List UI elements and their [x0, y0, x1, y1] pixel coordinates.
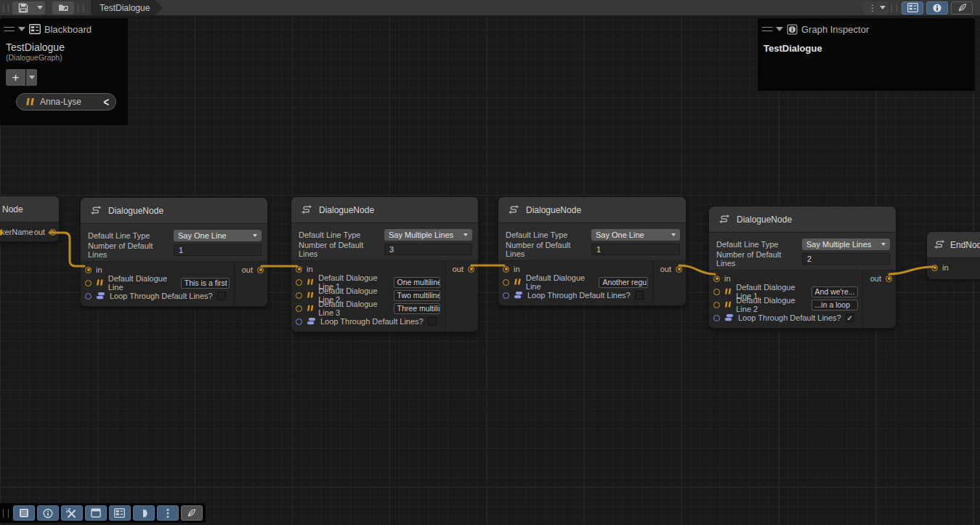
- dialogue-line-field[interactable]: Another regu: [599, 277, 648, 288]
- collapse-arrow-icon[interactable]: [776, 27, 783, 31]
- loop-port[interactable]: [85, 293, 92, 300]
- toggle-blackboard-button[interactable]: [902, 1, 923, 15]
- info-icon: [43, 508, 53, 518]
- dialogue-line-field[interactable]: Two multiline: [394, 290, 440, 301]
- line-type-value: Say Multiple Lines: [806, 240, 871, 249]
- dialogue-line-label: Default Dialogue Line 2: [736, 296, 806, 313]
- line-type-dropdown[interactable]: Say One Line: [591, 229, 680, 241]
- dialogue-node-1[interactable]: DialogueNode Default Line Type Say One L…: [80, 197, 268, 307]
- out-port[interactable]: [468, 266, 474, 273]
- num-lines-label: Number of Default Lines: [88, 241, 174, 259]
- feather-icon: [187, 508, 196, 518]
- folder-open-icon: [58, 3, 69, 12]
- toggle-console-button[interactable]: [13, 505, 35, 521]
- in-port[interactable]: [503, 266, 509, 273]
- toggle-tools-button[interactable]: [61, 505, 83, 521]
- dialogue-line-field[interactable]: ...in a loop: [811, 300, 858, 310]
- blackboard-field-anna-lyse[interactable]: Anna-Lyse <: [16, 93, 116, 111]
- num-lines-field[interactable]: 3: [384, 244, 472, 255]
- start-node[interactable]: Node kerName out: [0, 196, 60, 242]
- dialogue-line-port[interactable]: [296, 279, 302, 286]
- dialogue-line-port[interactable]: [503, 279, 509, 286]
- toolbar-drag-handle[interactable]: [891, 4, 897, 12]
- end-node[interactable]: EndNode in: [926, 231, 980, 279]
- num-lines-field[interactable]: 1: [174, 244, 262, 256]
- chevron-left-icon[interactable]: <: [103, 95, 109, 109]
- kebab-icon: [166, 508, 169, 518]
- toggle-preview-button[interactable]: [181, 505, 203, 521]
- collapse-arrow-icon[interactable]: [18, 27, 25, 31]
- loop-label: Loop Through Default Lines?: [110, 292, 213, 300]
- loop-port[interactable]: [503, 292, 509, 299]
- in-port[interactable]: [931, 265, 938, 271]
- toggle-inspector-button[interactable]: [37, 505, 59, 521]
- dialogue-node-3[interactable]: DialogueNode Default Line Type Say One L…: [498, 196, 687, 306]
- quote-icon: [307, 278, 314, 286]
- inspector-header[interactable]: Graph Inspector: [758, 21, 975, 37]
- save-button[interactable]: [12, 1, 34, 15]
- dialogue-node-2[interactable]: DialogueNode Default Line Type Say Multi…: [291, 196, 479, 332]
- loop-icon: [96, 292, 105, 300]
- node-title-bar[interactable]: DialogueNode: [709, 207, 896, 233]
- loop-checkbox[interactable]: ✓: [846, 313, 854, 322]
- toolbar-drag-handle[interactable]: [3, 4, 9, 12]
- toolbar-drag-handle[interactable]: [3, 509, 9, 518]
- node-title-label: DialogueNode: [319, 205, 374, 215]
- num-lines-field[interactable]: 2: [802, 253, 890, 265]
- toolbar-drag-handle[interactable]: [78, 4, 84, 12]
- open-asset-button[interactable]: [52, 1, 74, 15]
- add-variable-dropdown-button[interactable]: [26, 69, 37, 86]
- toggle-inspector-button[interactable]: [926, 1, 948, 15]
- dialogue-line-port[interactable]: [713, 289, 720, 295]
- out-port[interactable]: [886, 276, 892, 282]
- toggle-window-button[interactable]: [85, 505, 107, 521]
- dialogue-line-field[interactable]: And we're...: [811, 286, 858, 297]
- drag-handle-icon[interactable]: [4, 27, 15, 31]
- dialogue-line-port[interactable]: [85, 280, 92, 286]
- toggle-preview-button[interactable]: [951, 1, 973, 15]
- blackboard-header[interactable]: Blackboard: [0, 21, 128, 37]
- overflow-menu-button[interactable]: ⋮: [862, 1, 888, 15]
- toggle-playback-button[interactable]: [133, 505, 155, 521]
- line-type-dropdown[interactable]: Say Multiple Lines: [384, 229, 472, 241]
- save-dropdown-button[interactable]: [34, 1, 45, 15]
- dialogue-line-port[interactable]: [713, 302, 720, 308]
- dialogue-line-field[interactable]: This is a first: [181, 278, 230, 289]
- dialogue-line-port[interactable]: [296, 292, 302, 299]
- node-title-bar[interactable]: EndNode: [927, 232, 980, 258]
- dialogue-line-port[interactable]: [296, 305, 302, 312]
- node-title-bar[interactable]: DialogueNode: [498, 197, 686, 223]
- out-port[interactable]: [257, 267, 264, 273]
- line-type-dropdown[interactable]: Say Multiple Lines: [802, 239, 890, 250]
- dialogue-line-field[interactable]: One multiline: [394, 277, 440, 288]
- in-port[interactable]: [296, 266, 302, 273]
- chevron-down-icon: [881, 243, 886, 246]
- dialogue-node-icon: [718, 214, 730, 225]
- feather-icon: [957, 3, 967, 12]
- graph-editor-canvas[interactable]: TestDialogue ⋮: [0, 0, 980, 525]
- node-title-bar[interactable]: DialogueNode: [291, 197, 478, 223]
- out-port[interactable]: [49, 229, 56, 236]
- graph-inspector-panel: Graph Inspector TestDialogue: [758, 18, 975, 91]
- line-type-dropdown[interactable]: Say One Line: [174, 230, 262, 241]
- loop-checkbox[interactable]: [217, 292, 226, 300]
- loop-port[interactable]: [713, 315, 720, 321]
- num-lines-field[interactable]: 1: [591, 244, 680, 255]
- in-port[interactable]: [713, 276, 720, 282]
- node-title-bar[interactable]: Node: [0, 196, 59, 223]
- half-circle-icon: [139, 508, 149, 518]
- out-port[interactable]: [676, 266, 682, 273]
- in-port[interactable]: [85, 267, 92, 273]
- overflow-menu-button[interactable]: [157, 505, 179, 521]
- node-title-bar[interactable]: DialogueNode: [81, 198, 267, 224]
- loop-checkbox[interactable]: [635, 291, 644, 300]
- add-variable-button[interactable]: +: [6, 69, 25, 86]
- drag-handle-icon[interactable]: [762, 27, 772, 31]
- loop-checkbox[interactable]: [428, 317, 437, 326]
- loop-port[interactable]: [296, 318, 302, 325]
- toggle-blackboard-button[interactable]: [109, 505, 131, 521]
- dialogue-line-field[interactable]: Three multilin: [394, 303, 440, 314]
- dialogue-node-4[interactable]: DialogueNode Default Line Type Say Multi…: [708, 206, 896, 329]
- dialogue-node-icon: [507, 204, 519, 215]
- graph-tab[interactable]: TestDialogue: [91, 0, 163, 15]
